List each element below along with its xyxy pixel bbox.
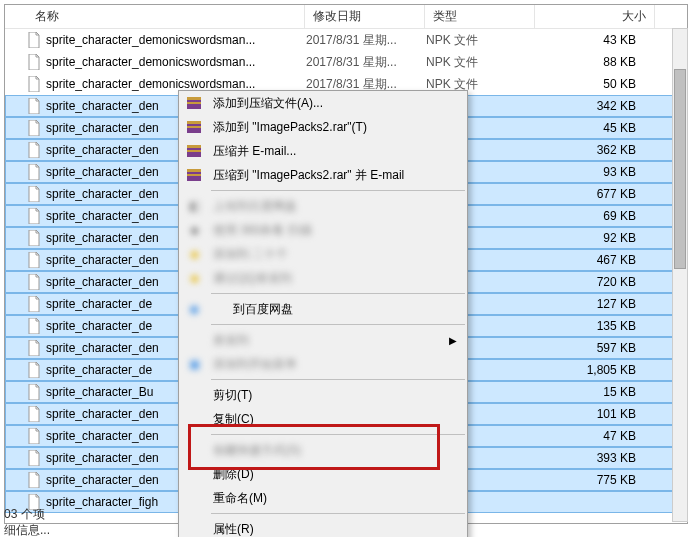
rar-icon: [185, 142, 203, 160]
menu-label: 压缩到 "ImagePacks2.rar" 并 E-mail: [213, 167, 404, 184]
file-size: 720 KB: [536, 275, 656, 289]
file-icon: [26, 252, 42, 268]
menu-label: 添加到 二十个: [213, 246, 288, 263]
menu-add-archive[interactable]: 添加到压缩文件(A)...: [179, 91, 467, 115]
col-size[interactable]: 大小: [535, 5, 655, 28]
menu-cut[interactable]: 剪切(T): [179, 383, 467, 407]
menu-blurred-item[interactable]: ◆ 使用 360杀毒 扫描: [179, 218, 467, 242]
rar-icon: [185, 166, 203, 184]
svg-rect-4: [187, 121, 201, 124]
context-menu: 添加到压缩文件(A)... 添加到 "ImagePacks2.rar"(T) 压…: [178, 90, 468, 537]
file-size: 135 KB: [536, 319, 656, 333]
menu-compress-email[interactable]: 压缩并 E-mail...: [179, 139, 467, 163]
menu-create-shortcut[interactable]: 创建快捷方式(S): [179, 438, 467, 462]
menu-separator: [211, 434, 465, 435]
file-icon: [26, 406, 42, 422]
scrollbar-thumb[interactable]: [674, 69, 686, 269]
table-row[interactable]: sprite_character_demonicswordsman...2017…: [5, 29, 687, 51]
vertical-scrollbar[interactable]: [672, 28, 688, 522]
svg-rect-5: [187, 126, 201, 128]
file-icon: [26, 32, 42, 48]
menu-label: 删除(D): [213, 466, 254, 483]
file-size: 362 KB: [536, 143, 656, 157]
file-size: 597 KB: [536, 341, 656, 355]
menu-copy[interactable]: 复制(C): [179, 407, 467, 431]
svg-rect-2: [187, 102, 201, 104]
menu-separator: [211, 190, 465, 191]
menu-separator: [211, 513, 465, 514]
menu-label: 通过QQ发送到: [213, 270, 292, 287]
file-size: 92 KB: [536, 231, 656, 245]
svg-rect-1: [187, 97, 201, 100]
menu-label: 复制(C): [213, 411, 254, 428]
file-icon: [26, 120, 42, 136]
menu-properties[interactable]: 属性(R): [179, 517, 467, 537]
menu-baidu[interactable]: ◉ 到百度网盘: [179, 297, 467, 321]
file-size: 342 KB: [536, 99, 656, 113]
menu-sendto[interactable]: 发送到 ▶: [179, 328, 467, 352]
file-size: 393 KB: [536, 451, 656, 465]
menu-label: 添加到开始菜单: [213, 356, 297, 373]
menu-label: 创建快捷方式(S): [213, 442, 301, 459]
menu-label: 剪切(T): [213, 387, 252, 404]
app-icon: ◧: [185, 197, 203, 215]
menu-separator: [211, 324, 465, 325]
file-size: 15 KB: [536, 385, 656, 399]
baidu-icon: ◉: [185, 300, 203, 318]
file-size: 93 KB: [536, 165, 656, 179]
file-size: 47 KB: [536, 429, 656, 443]
col-date[interactable]: 修改日期: [305, 5, 425, 28]
file-name: sprite_character_demonicswordsman...: [46, 33, 306, 47]
table-row[interactable]: sprite_character_demonicswordsman...2017…: [5, 51, 687, 73]
menu-blurred-item[interactable]: ▣ 添加到开始菜单: [179, 352, 467, 376]
file-size: 45 KB: [536, 121, 656, 135]
file-icon: [26, 428, 42, 444]
menu-separator: [211, 293, 465, 294]
col-type[interactable]: 类型: [425, 5, 535, 28]
file-icon: [26, 98, 42, 114]
menu-separator: [211, 379, 465, 380]
menu-blurred-item[interactable]: ◆ 添加到 二十个: [179, 242, 467, 266]
menu-label: 添加到 "ImagePacks2.rar"(T): [213, 119, 367, 136]
app-icon: ◆: [185, 245, 203, 263]
file-size: 775 KB: [536, 473, 656, 487]
file-name: sprite_character_demonicswordsman...: [46, 55, 306, 69]
file-size: 43 KB: [536, 33, 656, 47]
status-details: 细信息...: [4, 523, 50, 537]
menu-blurred-item[interactable]: ◆ 通过QQ发送到: [179, 266, 467, 290]
rar-icon: [185, 118, 203, 136]
file-icon: [26, 384, 42, 400]
menu-label: 发送到: [213, 332, 249, 349]
col-name[interactable]: 名称: [5, 5, 305, 28]
menu-label: 使用 360杀毒 扫描: [213, 222, 312, 239]
status-bar: 03 个项 细信息...: [0, 507, 50, 537]
menu-label: 压缩并 E-mail...: [213, 143, 296, 160]
svg-rect-11: [187, 174, 201, 176]
menu-compress-to-email[interactable]: 压缩到 "ImagePacks2.rar" 并 E-mail: [179, 163, 467, 187]
menu-label: 上传到百度网盘: [213, 198, 297, 215]
file-date: 2017/8/31 星期...: [306, 32, 426, 49]
file-icon: [26, 230, 42, 246]
menu-rename[interactable]: 重命名(M): [179, 486, 467, 510]
menu-label: 属性(R): [213, 521, 254, 538]
menu-label: 重命名(M): [213, 490, 267, 507]
svg-rect-7: [187, 145, 201, 148]
svg-rect-8: [187, 150, 201, 152]
status-count: 03 个项: [4, 507, 45, 521]
submenu-arrow-icon: ▶: [449, 335, 457, 346]
menu-add-to[interactable]: 添加到 "ImagePacks2.rar"(T): [179, 115, 467, 139]
file-icon: [26, 450, 42, 466]
menu-delete[interactable]: 删除(D): [179, 462, 467, 486]
app-icon: ▣: [185, 355, 203, 373]
menu-blurred-item[interactable]: ◧ 上传到百度网盘: [179, 194, 467, 218]
column-header: 名称 修改日期 类型 大小: [5, 5, 687, 29]
file-size: 677 KB: [536, 187, 656, 201]
file-size: 101 KB: [536, 407, 656, 421]
file-icon: [26, 164, 42, 180]
app-icon: ◆: [185, 221, 203, 239]
file-size: 127 KB: [536, 297, 656, 311]
file-name: sprite_character_demonicswordsman...: [46, 77, 306, 91]
file-icon: [26, 296, 42, 312]
rar-icon: [185, 94, 203, 112]
file-icon: [26, 142, 42, 158]
